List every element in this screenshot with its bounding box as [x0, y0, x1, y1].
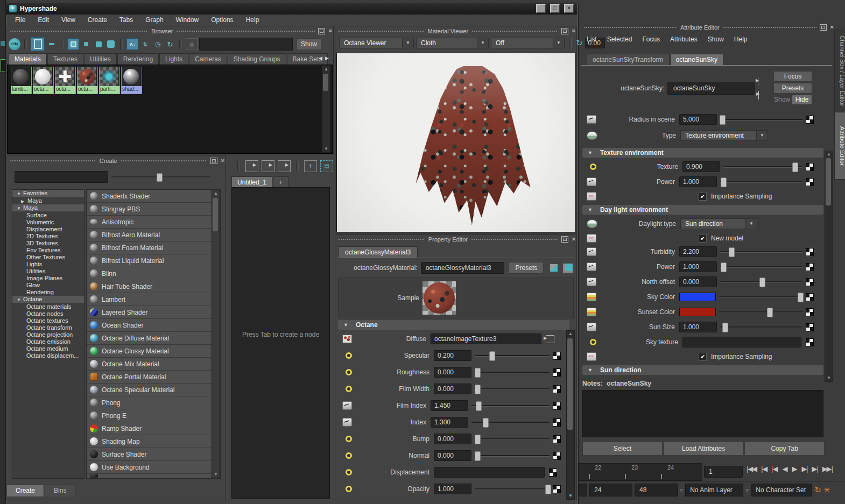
- shader-list-item[interactable]: Shading Map: [87, 435, 220, 448]
- connection-icon[interactable]: [546, 335, 554, 343]
- tree-item[interactable]: Surface: [12, 212, 84, 219]
- maximize-button[interactable]: □: [550, 4, 560, 13]
- slider-handle[interactable]: [489, 351, 495, 361]
- attribute-type-icon[interactable]: [346, 436, 352, 442]
- scroll-up-icon[interactable]: ▲: [825, 151, 833, 158]
- material-swatch[interactable]: lamb...: [11, 67, 32, 94]
- attribute-editor-tab[interactable]: octaneSunSkyTransform: [587, 54, 670, 66]
- slider-handle[interactable]: [792, 162, 798, 172]
- map-button[interactable]: [806, 338, 814, 346]
- browser-tab[interactable]: Rendering: [117, 53, 159, 65]
- attribute-type-icon[interactable]: [342, 335, 352, 343]
- property-slider[interactable]: [475, 485, 550, 493]
- map-button[interactable]: [806, 323, 814, 331]
- playback-button[interactable]: ◀: [780, 465, 788, 473]
- property-editor-tab[interactable]: octaneGlossyMaterial3: [338, 246, 418, 258]
- tree-item[interactable]: Octane medium: [12, 345, 84, 352]
- attribute-value-field[interactable]: 1.000: [679, 176, 717, 187]
- select-button[interactable]: Select: [582, 442, 663, 456]
- filter-on-toggle[interactable]: ON: [9, 38, 20, 50]
- browser-scrollbar[interactable]: ▲ ▼: [322, 66, 330, 153]
- property-slider[interactable]: [471, 418, 550, 427]
- tree-item[interactable]: Octane textures: [12, 317, 84, 324]
- range-edit-field[interactable]: [579, 484, 587, 496]
- property-value-field[interactable]: 1.000: [434, 484, 471, 494]
- menu-item[interactable]: Attributes: [670, 36, 698, 43]
- presets-button[interactable]: Presets: [773, 83, 812, 94]
- curve-icon[interactable]: [587, 115, 596, 124]
- slider-handle[interactable]: [475, 385, 481, 394]
- menu-item[interactable]: Options: [211, 16, 233, 24]
- browser-tab[interactable]: Shading Groups: [228, 53, 286, 65]
- tree-item[interactable]: Image Planes: [12, 275, 84, 282]
- create-search-input[interactable]: [15, 171, 108, 183]
- attribute-slider[interactable]: [720, 278, 802, 286]
- tree-item[interactable]: Glow: [12, 282, 84, 289]
- shader-list-item[interactable]: Bifrost Liquid Material: [87, 254, 220, 267]
- map-button[interactable]: [806, 163, 814, 171]
- attribute-type-icon[interactable]: [346, 369, 352, 375]
- shader-create-list[interactable]: Shaderfx Shader Stingray PBS Anisotropic…: [86, 189, 221, 479]
- swatch-size-slider[interactable]: [111, 174, 210, 180]
- menu-item[interactable]: Tabs: [119, 16, 133, 24]
- tree-item[interactable]: Octane transform: [12, 324, 84, 331]
- property-editor-scrollbar[interactable]: ▲ ▼: [566, 330, 575, 500]
- render-passes-icon[interactable]: [587, 192, 596, 201]
- shader-list-item[interactable]: Use Background: [87, 461, 220, 474]
- material-swatch[interactable]: octa...: [77, 67, 98, 94]
- render-passes-icon[interactable]: [587, 234, 596, 243]
- attribute-slider[interactable]: [719, 293, 802, 301]
- curve-icon[interactable]: [587, 323, 596, 331]
- attribute-value-field[interactable]: 5.000: [679, 114, 717, 125]
- map-button[interactable]: [553, 368, 561, 377]
- playback-button[interactable]: ▶: [790, 465, 798, 473]
- property-value-field[interactable]: [434, 467, 545, 478]
- tree-item[interactable]: Octane materials: [12, 303, 84, 310]
- shader-list-item[interactable]: Stingray PBS: [87, 203, 220, 216]
- close-panel-icon[interactable]: ✕: [328, 29, 333, 34]
- attribute-type-icon[interactable]: [346, 386, 352, 392]
- close-panel-icon[interactable]: ✕: [572, 29, 576, 34]
- material-swatch[interactable]: octa...: [33, 67, 54, 94]
- attribute-slider[interactable]: [723, 162, 802, 171]
- curve-icon[interactable]: [587, 278, 596, 286]
- list-view-icon[interactable]: [46, 39, 57, 49]
- attribute-type-icon[interactable]: [342, 418, 352, 427]
- tree-item[interactable]: Octane nodes: [12, 310, 84, 317]
- tree-expand-icon[interactable]: ▼: [17, 296, 23, 303]
- attribute-type-icon[interactable]: [346, 352, 352, 359]
- tree-item[interactable]: ▼Maya: [12, 204, 84, 211]
- create-render-node-icon[interactable]: [550, 264, 558, 272]
- property-slider[interactable]: [475, 435, 550, 443]
- map-button[interactable]: [806, 116, 814, 124]
- slider-handle[interactable]: [759, 278, 765, 287]
- sort-by-time-icon[interactable]: ◷: [152, 39, 163, 49]
- clear-graph-icon[interactable]: ✛: [304, 160, 317, 172]
- material-swatch[interactable]: octa...: [55, 67, 76, 94]
- slider-handle[interactable]: [721, 262, 727, 272]
- slider-handle[interactable]: [798, 293, 804, 302]
- menu-item[interactable]: List: [587, 36, 597, 43]
- playback-button[interactable]: |◀: [759, 465, 769, 473]
- workarea-tab[interactable]: +: [273, 176, 288, 188]
- menu-item[interactable]: File: [15, 16, 25, 24]
- slider-handle[interactable]: [729, 247, 735, 257]
- shader-list-scrollbar[interactable]: ▲ ▼: [212, 190, 220, 478]
- menu-item[interactable]: Help: [246, 16, 259, 24]
- shader-list-item[interactable]: Octane Diffuse Material: [87, 332, 220, 345]
- shader-list-item[interactable]: Phong: [87, 396, 220, 409]
- chevron-down-icon[interactable]: ▽: [680, 488, 683, 493]
- node-graph-area[interactable]: Press Tab to create a node: [231, 187, 330, 499]
- show-in-lookdev-icon[interactable]: [563, 264, 573, 273]
- presets-button[interactable]: Presets: [509, 262, 544, 274]
- tree-item[interactable]: Octane emission: [12, 338, 84, 345]
- tree-item[interactable]: Rendering: [12, 289, 84, 296]
- playback-button[interactable]: ▶|: [799, 465, 808, 473]
- shader-list-item[interactable]: Bifrost Aero Material: [87, 229, 220, 242]
- property-value-field[interactable]: 1.300: [431, 417, 468, 428]
- tree-item[interactable]: Volumetric: [12, 219, 84, 226]
- minimize-button[interactable]: _: [536, 4, 546, 13]
- browser-tab[interactable]: Utilities: [84, 53, 117, 65]
- color-ramp-icon[interactable]: [587, 308, 596, 316]
- time-slider[interactable]: 22 23 24: [579, 463, 702, 481]
